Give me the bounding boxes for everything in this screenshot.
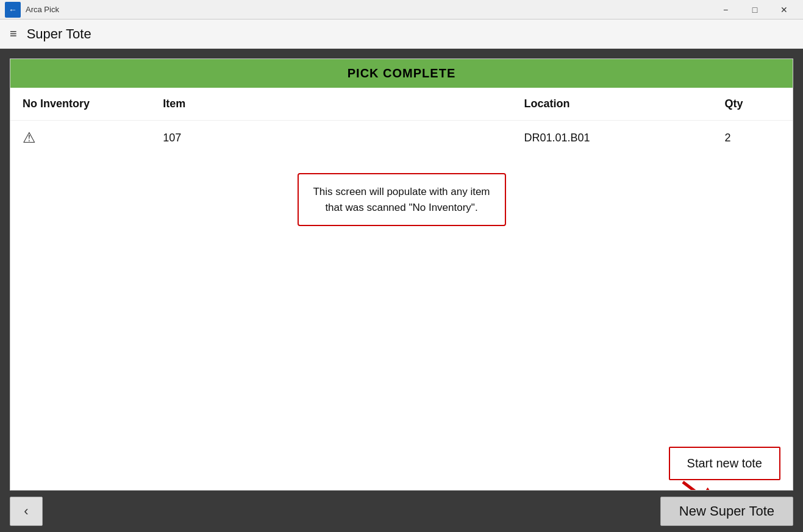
col-item: Item [151, 88, 512, 121]
no-inventory-cell: ⚠ [10, 121, 151, 155]
col-no-inventory: No Inventory [10, 88, 151, 121]
location-cell: DR01.01.B01 [512, 121, 712, 155]
maximize-button[interactable]: □ [741, 2, 769, 18]
arrow-indicator [671, 479, 744, 491]
table-header-row: No Inventory Item Location Qty [10, 88, 793, 121]
titlebar: ← Arca Pick − □ ✕ [0, 0, 803, 20]
col-qty: Qty [712, 88, 793, 121]
svg-line-1 [683, 482, 726, 491]
table-row: ⚠ 107 DR01.01.B01 2 [10, 121, 793, 155]
info-box: This screen will populate with any item … [297, 173, 505, 226]
page-title: Super Tote [27, 26, 91, 42]
warning-icon: ⚠ [23, 129, 36, 146]
start-tote-area: Start new tote [10, 437, 793, 490]
info-line2: that was scanned "No Inventory". [325, 202, 477, 213]
qty-cell: 2 [712, 121, 793, 155]
app-header: ≡ Super Tote [0, 20, 803, 49]
bottom-bar: ‹ New Super Tote [0, 491, 803, 532]
main-panel: PICK COMPLETE No Inventory Item Location… [10, 59, 793, 491]
titlebar-back-button[interactable]: ← [5, 2, 21, 18]
pick-complete-banner: PICK COMPLETE [10, 59, 793, 88]
close-button[interactable]: ✕ [770, 2, 798, 18]
titlebar-controls: − □ ✕ [712, 2, 798, 18]
inventory-table: No Inventory Item Location Qty ⚠ 107 DR0… [10, 88, 793, 155]
hamburger-button[interactable]: ≡ [10, 27, 17, 41]
main-area: PICK COMPLETE No Inventory Item Location… [0, 49, 803, 491]
back-button[interactable]: ‹ [10, 497, 43, 526]
item-cell: 107 [151, 121, 512, 155]
info-line1: This screen will populate with any item [313, 186, 490, 197]
col-location: Location [512, 88, 712, 121]
table-container: No Inventory Item Location Qty ⚠ 107 DR0… [10, 88, 793, 437]
titlebar-app-name: Arca Pick [26, 5, 712, 14]
new-super-tote-button[interactable]: New Super Tote [660, 497, 793, 526]
minimize-button[interactable]: − [712, 2, 740, 18]
start-new-tote-button[interactable]: Start new tote [669, 447, 780, 480]
